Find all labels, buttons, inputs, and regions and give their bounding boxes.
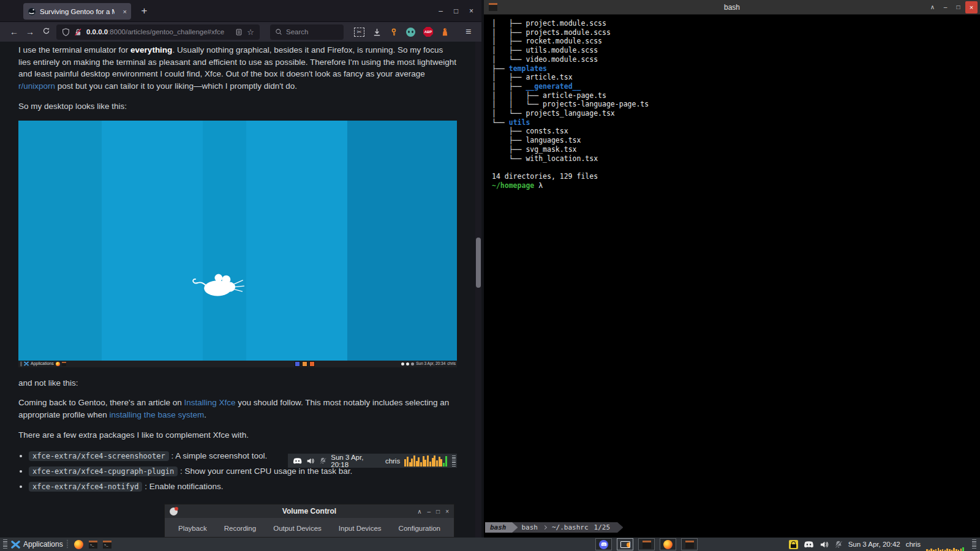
privacy-extension-icon[interactable] (406, 28, 415, 37)
reader-mode-icon[interactable] (235, 28, 243, 36)
unixporn-link[interactable]: r/unixporn (18, 81, 55, 91)
firefox-launcher[interactable] (74, 540, 83, 549)
cpu-bar (434, 455, 435, 467)
taskbar-window-button-terminal[interactable] (681, 538, 698, 550)
file-tree-line: │ ├── projects.module.scss (492, 28, 980, 37)
volume-control-window: Volume Control ∧ – □ × PlaybackRecording… (164, 504, 454, 538)
volume-titlebar[interactable]: Volume Control ∧ – □ × (165, 504, 454, 518)
desktop: Surviving Gentoo for a Mont × + – □ × ← … (0, 0, 980, 551)
terminal-titlebar[interactable]: bash ∧ – □ × (484, 0, 980, 15)
search-icon (275, 28, 282, 36)
statusbar-info: bash ~/.bashrc 1/25 (518, 522, 618, 533)
discord-icon[interactable] (804, 541, 814, 549)
clock[interactable]: Sun 3 Apr, 20:42 (848, 541, 900, 548)
terminal-launcher[interactable]: >_ (103, 541, 111, 549)
screenshot-extension-icon[interactable]: ✂ (354, 28, 364, 37)
cpu-bar (407, 457, 409, 467)
url-text[interactable]: 0.0.0.0:8000/articles/gentoo_challenge#x… (86, 28, 231, 36)
userscript-extension-icon[interactable] (441, 28, 449, 37)
file-tree-line: ├── templates (492, 64, 980, 73)
file-tree-line: └── utils (492, 118, 980, 127)
adblock-icon[interactable]: ABP (423, 27, 433, 37)
cpu-graph[interactable] (926, 538, 967, 551)
paragraph: Coming back to Gentoo, there's an articl… (18, 397, 457, 421)
volume-tab[interactable]: Input Devices (339, 525, 382, 532)
applications-label: Applications (23, 540, 63, 549)
taskbar: Applications >_ >_ Sun 3 Apr, 20:42 chri… (0, 538, 980, 551)
search-input[interactable] (286, 28, 335, 36)
downloads-icon[interactable] (372, 28, 382, 37)
firefox-window-button (309, 361, 315, 367)
taskbar-window-button-active[interactable] (617, 538, 633, 550)
new-tab-button[interactable]: + (136, 3, 153, 20)
insecure-lock-icon[interactable] (74, 28, 82, 36)
screenshot-clock: Sun 3 Apr, 20:34 (416, 358, 445, 367)
minimize-button[interactable]: – (433, 7, 448, 15)
cpu-bar (423, 456, 424, 467)
volume-icon[interactable] (820, 540, 829, 549)
cpu-bar (418, 457, 420, 467)
powerline-arrow (617, 522, 623, 533)
package-name-code: xfce-extra/xfce4-cpugraph-plugin (29, 467, 178, 476)
keepassxc-lock-icon[interactable] (789, 540, 798, 549)
panel-grip[interactable] (3, 539, 7, 549)
notifications-muted-icon[interactable] (834, 540, 843, 549)
minimize-button[interactable]: – (428, 508, 431, 515)
maximize-button[interactable]: □ (952, 4, 964, 10)
prompt-symbol: λ (538, 181, 543, 190)
file-tree-line: │ │ └── projects-language-page.ts (492, 100, 980, 109)
close-button[interactable]: × (464, 7, 479, 15)
terminal-statusbar: bash bash ~/.bashrc 1/25 (485, 522, 623, 533)
window-buttons (295, 361, 315, 367)
browser-tab[interactable]: Surviving Gentoo for a Mont × (23, 3, 131, 20)
menu-icon[interactable]: ≡ (466, 26, 471, 37)
forward-button[interactable]: → (22, 27, 38, 37)
search-bar[interactable] (270, 24, 344, 40)
bookmark-star-icon[interactable]: ☆ (247, 28, 254, 37)
file-tree-line: └── with_location.tsx (492, 154, 980, 163)
taskbar-window-button-terminal[interactable] (638, 538, 655, 550)
taskbar-window-button-firefox[interactable] (660, 538, 676, 550)
base-system-link[interactable]: installing the base system (110, 410, 205, 419)
volume-tab[interactable]: Output Devices (273, 525, 322, 532)
statusbar-session[interactable]: bash (485, 522, 512, 533)
back-button[interactable]: ← (6, 27, 22, 37)
shield-icon[interactable] (62, 28, 70, 36)
panel-grip[interactable] (972, 539, 976, 549)
browser-window-controls: – □ × (433, 0, 479, 22)
close-button[interactable]: × (965, 1, 978, 13)
close-button[interactable]: × (445, 508, 449, 515)
reload-button[interactable] (38, 27, 54, 37)
statusbar-position: 1/25 (594, 523, 611, 531)
tab-close-icon[interactable]: × (123, 8, 127, 15)
chevron-right-icon (543, 525, 547, 530)
volume-tab[interactable]: Playback (178, 525, 207, 532)
cpu-bar (411, 459, 413, 467)
terminal-launcher[interactable]: >_ (89, 541, 97, 549)
installing-xfce-link[interactable]: Installing Xfce (184, 398, 235, 407)
reload-icon (42, 27, 50, 35)
volume-tab[interactable]: Recording (224, 525, 256, 532)
minimize-button[interactable]: – (940, 4, 951, 10)
panel-grip (20, 362, 22, 366)
cpu-bar (946, 549, 948, 551)
package-name-code: xfce-extra/xfce4-screenshooter (29, 451, 169, 461)
volume-tab[interactable]: Configuration (399, 525, 440, 532)
paragraph: and not like this: (18, 377, 457, 389)
maximize-button[interactable]: □ (448, 7, 464, 15)
site-favicon (28, 7, 36, 16)
shade-button[interactable]: ∧ (417, 508, 421, 515)
xfce-applications-icon (11, 540, 20, 549)
taskbar-window-button-discord[interactable] (595, 538, 612, 550)
url-bar[interactable]: 0.0.0.0:8000/articles/gentoo_challenge#x… (56, 24, 260, 40)
discord-icon (293, 457, 302, 465)
password-manager-key-icon[interactable] (390, 28, 398, 37)
terminal-output[interactable]: │ ├── project.module.scss │ ├── projects… (484, 15, 980, 190)
scrollbar-thumb[interactable] (476, 238, 481, 288)
applications-menu[interactable]: Applications (11, 540, 63, 549)
maximize-button[interactable]: □ (436, 508, 440, 515)
file-tree-line: │ ├── __generated__ (492, 82, 980, 91)
page-scrollbar[interactable] (475, 42, 481, 538)
cpu-bar (953, 548, 955, 551)
shade-button[interactable]: ∧ (927, 4, 938, 10)
